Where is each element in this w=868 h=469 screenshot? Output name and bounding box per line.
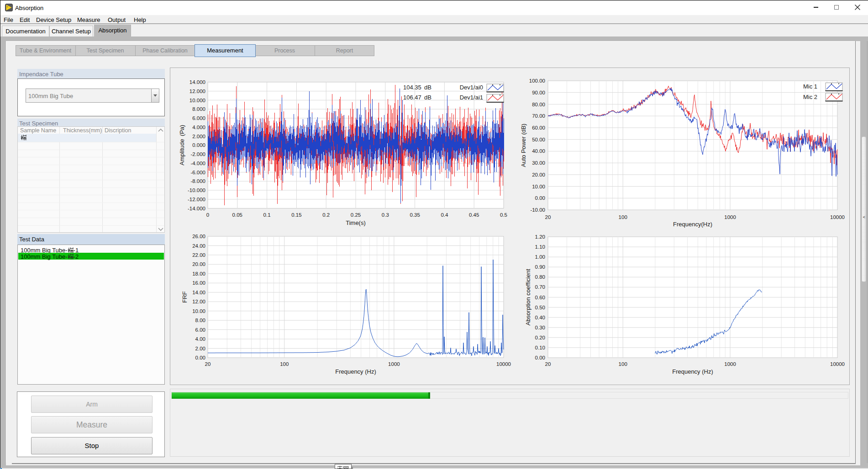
- svg-text:0.00: 0.00: [535, 195, 545, 201]
- svg-text:1.20: 1.20: [535, 234, 545, 240]
- svg-text:40.00: 40.00: [532, 148, 545, 154]
- svg-text:30.00: 30.00: [532, 160, 545, 166]
- svg-text:6.000: 6.000: [192, 115, 205, 121]
- svg-text:0.50: 0.50: [535, 305, 545, 310]
- svg-text:-4.000: -4.000: [190, 161, 205, 166]
- svg-text:10000: 10000: [496, 361, 511, 367]
- svg-text:0.4: 0.4: [441, 212, 448, 218]
- svg-text:0.10: 0.10: [535, 345, 545, 350]
- svg-text:0.000: 0.000: [192, 142, 205, 148]
- svg-text:Dev1/ai1: Dev1/ai1: [460, 94, 483, 101]
- svg-text:0.40: 0.40: [535, 315, 545, 320]
- svg-text:0.5: 0.5: [500, 212, 507, 218]
- svg-text:dB: dB: [424, 94, 431, 101]
- svg-text:0.15: 0.15: [291, 212, 301, 218]
- svg-text:Mic 2: Mic 2: [803, 94, 817, 100]
- svg-text:Mic 1: Mic 1: [803, 83, 817, 90]
- svg-text:20.00: 20.00: [532, 172, 545, 177]
- svg-text:20: 20: [545, 361, 551, 367]
- svg-text:90.00: 90.00: [532, 90, 545, 95]
- svg-text:8.000: 8.000: [192, 106, 205, 112]
- svg-text:Time(s): Time(s): [346, 219, 366, 226]
- svg-text:0.90: 0.90: [535, 264, 545, 270]
- svg-text:1000: 1000: [388, 361, 400, 367]
- svg-text:18.00: 18.00: [192, 271, 205, 276]
- svg-text:100: 100: [619, 361, 627, 367]
- svg-text:Frequency (Hz): Frequency (Hz): [335, 368, 376, 375]
- svg-text:106.47: 106.47: [403, 94, 421, 101]
- svg-text:0.60: 0.60: [535, 295, 545, 300]
- svg-text:2.00: 2.00: [195, 346, 205, 351]
- svg-text:100: 100: [280, 361, 289, 367]
- svg-text:-10.000: -10.000: [188, 188, 205, 193]
- svg-text:10000: 10000: [830, 214, 845, 220]
- svg-text:50.00: 50.00: [532, 137, 545, 142]
- svg-text:10.00: 10.00: [532, 184, 545, 189]
- svg-text:0.80: 0.80: [535, 274, 545, 280]
- svg-text:Auto Power (dB): Auto Power (dB): [520, 124, 527, 167]
- svg-text:Frequency(Hz): Frequency(Hz): [673, 221, 712, 228]
- svg-text:1.10: 1.10: [535, 244, 545, 250]
- svg-text:4.00: 4.00: [195, 336, 205, 342]
- svg-text:-2.000: -2.000: [190, 151, 205, 157]
- svg-text:70.00: 70.00: [532, 113, 545, 119]
- svg-text:0.2: 0.2: [322, 212, 330, 218]
- svg-text:-10.00: -10.00: [530, 207, 545, 213]
- svg-text:0.30: 0.30: [535, 325, 545, 330]
- svg-text:1000: 1000: [724, 214, 736, 220]
- svg-text:10.000: 10.000: [189, 98, 205, 103]
- svg-text:22.00: 22.00: [192, 252, 205, 258]
- svg-text:2.000: 2.000: [192, 134, 205, 139]
- svg-text:0.45: 0.45: [469, 212, 479, 218]
- svg-text:16.00: 16.00: [192, 280, 205, 286]
- svg-text:10000: 10000: [830, 361, 845, 367]
- svg-text:1000: 1000: [724, 361, 736, 367]
- svg-text:104.35: 104.35: [403, 84, 421, 91]
- svg-text:0.1: 0.1: [263, 212, 271, 218]
- svg-text:10.00: 10.00: [192, 308, 205, 314]
- svg-text:0.20: 0.20: [535, 335, 545, 340]
- svg-text:0.00: 0.00: [535, 355, 545, 360]
- svg-text:0.25: 0.25: [351, 212, 361, 218]
- svg-text:8.00: 8.00: [195, 318, 205, 323]
- svg-text:20.00: 20.00: [192, 261, 205, 267]
- svg-text:dB: dB: [424, 84, 431, 91]
- svg-text:0.70: 0.70: [535, 284, 545, 290]
- svg-text:14.000: 14.000: [189, 79, 205, 85]
- svg-text:-8.000: -8.000: [190, 178, 205, 184]
- svg-text:-14.000: -14.000: [188, 206, 205, 211]
- svg-text:0.00: 0.00: [195, 355, 205, 360]
- svg-text:60.00: 60.00: [532, 125, 545, 130]
- svg-text:80.00: 80.00: [532, 102, 545, 107]
- svg-text:1.00: 1.00: [535, 254, 545, 260]
- svg-text:0.05: 0.05: [232, 212, 242, 218]
- svg-text:FRF: FRF: [181, 291, 188, 302]
- svg-text:0.3: 0.3: [382, 212, 389, 218]
- svg-text:6.00: 6.00: [195, 327, 205, 333]
- svg-text:100.00: 100.00: [529, 78, 545, 83]
- svg-text:4.000: 4.000: [192, 125, 205, 130]
- svg-text:100: 100: [619, 214, 627, 220]
- svg-text:12.000: 12.000: [189, 89, 205, 94]
- svg-text:Amplitude (Pa): Amplitude (Pa): [179, 125, 185, 166]
- svg-text:26.00: 26.00: [192, 234, 205, 239]
- svg-text:20: 20: [205, 361, 211, 367]
- svg-text:-6.000: -6.000: [190, 170, 205, 175]
- svg-text:12.00: 12.00: [192, 299, 205, 304]
- svg-text:0: 0: [206, 212, 209, 218]
- svg-text:-12.000: -12.000: [188, 197, 205, 202]
- svg-text:Dev1/ai0: Dev1/ai0: [460, 84, 483, 91]
- svg-text:0.35: 0.35: [410, 212, 420, 218]
- svg-text:20: 20: [545, 214, 551, 220]
- svg-text:Absorption coefficient: Absorption coefficient: [525, 269, 531, 325]
- svg-text:14.00: 14.00: [192, 290, 205, 295]
- svg-text:24.00: 24.00: [192, 243, 205, 249]
- svg-text:Frequency (Hz): Frequency (Hz): [672, 368, 713, 375]
